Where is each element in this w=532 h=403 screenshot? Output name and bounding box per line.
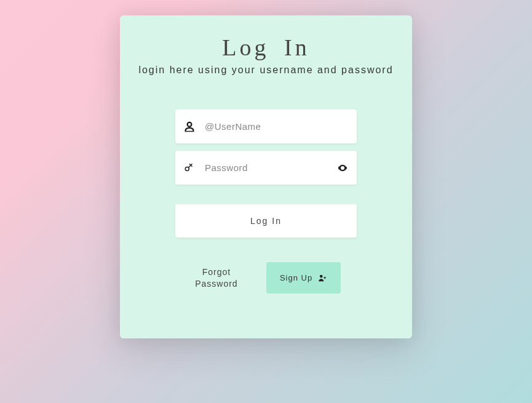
eye-icon[interactable] bbox=[337, 162, 348, 174]
page-subtitle: login here using your username and passw… bbox=[135, 65, 397, 76]
signup-label: Sign Up bbox=[280, 273, 312, 282]
username-input[interactable] bbox=[175, 110, 357, 143]
svg-point-1 bbox=[185, 167, 189, 170]
page-title: Log In bbox=[135, 34, 397, 61]
svg-point-3 bbox=[320, 274, 323, 277]
key-icon bbox=[184, 162, 195, 174]
forgot-password-link[interactable]: Forgot Password bbox=[191, 266, 242, 289]
user-plus-icon bbox=[317, 274, 327, 282]
user-icon bbox=[184, 121, 195, 132]
svg-point-0 bbox=[188, 122, 191, 126]
signup-button[interactable]: Sign Up bbox=[266, 262, 341, 293]
username-row bbox=[175, 110, 357, 143]
login-card: Log In login here using your username an… bbox=[120, 15, 412, 338]
login-form: Log In Forgot Password Sign Up bbox=[175, 110, 357, 293]
bottom-actions: Forgot Password Sign Up bbox=[175, 262, 357, 293]
password-input[interactable] bbox=[175, 151, 357, 185]
svg-point-2 bbox=[342, 167, 344, 169]
login-button[interactable]: Log In bbox=[175, 204, 357, 237]
password-row bbox=[175, 151, 357, 185]
